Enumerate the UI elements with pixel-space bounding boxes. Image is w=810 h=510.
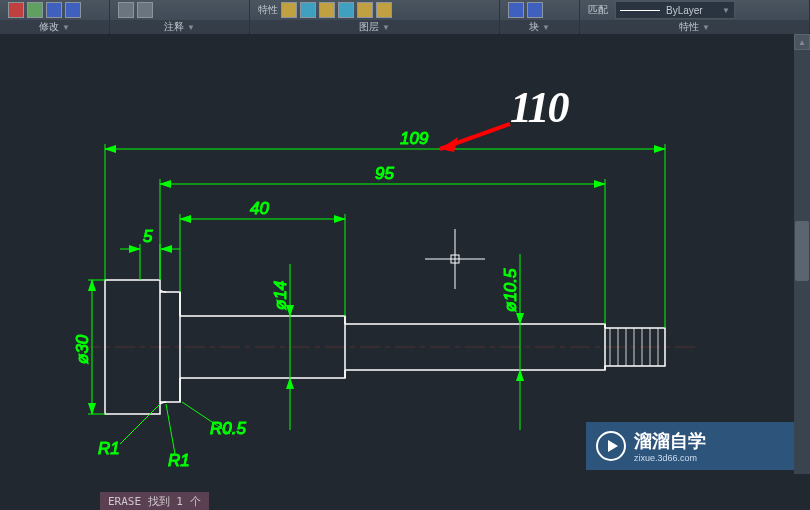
cursor-crosshair bbox=[425, 229, 485, 289]
dim-r0-5: R0.5 bbox=[210, 419, 246, 438]
drawing-canvas[interactable]: 109 95 40 5 ø30 ø14 ø10.5 R1 bbox=[0, 34, 810, 510]
logo-sub: zixue.3d66.com bbox=[634, 453, 706, 463]
block-icon[interactable] bbox=[527, 2, 543, 18]
play-icon bbox=[596, 431, 626, 461]
dim-109: 109 bbox=[400, 129, 429, 148]
watermark-logo: 溜溜自学 zixue.3d66.com bbox=[586, 422, 794, 470]
chevron-down-icon[interactable]: ▼ bbox=[542, 23, 550, 32]
modify-icon[interactable] bbox=[8, 2, 24, 18]
ribbon-label: 注释 bbox=[164, 20, 184, 34]
dim-40: 40 bbox=[250, 199, 269, 218]
bylayer-select[interactable]: ByLayer ▼ bbox=[615, 1, 735, 19]
ribbon-label: 图层 bbox=[359, 20, 379, 34]
chevron-down-icon[interactable]: ▼ bbox=[702, 23, 710, 32]
layer-icon[interactable] bbox=[319, 2, 335, 18]
chevron-down-icon[interactable]: ▼ bbox=[382, 23, 390, 32]
annotation-arrow bbox=[440, 124, 510, 152]
scrollbar-thumb[interactable] bbox=[795, 221, 809, 281]
annotate-icon[interactable] bbox=[118, 2, 134, 18]
ribbon-label: 修改 bbox=[39, 20, 59, 34]
ribbon-annotate[interactable]: 注释▼ bbox=[110, 0, 250, 33]
ribbon-properties[interactable]: 匹配 ByLayer ▼ 特性▼ bbox=[580, 0, 810, 33]
dim-phi14: ø14 bbox=[271, 281, 290, 310]
dim-phi10-5: ø10.5 bbox=[501, 268, 520, 312]
command-line[interactable]: ERASE 找到 1 个 bbox=[100, 492, 209, 510]
layer-icon[interactable] bbox=[338, 2, 354, 18]
chevron-down-icon[interactable]: ▼ bbox=[722, 6, 730, 15]
block-icon[interactable] bbox=[508, 2, 524, 18]
ribbon-label: 特性 bbox=[679, 20, 699, 34]
chevron-down-icon[interactable]: ▼ bbox=[62, 23, 70, 32]
ribbon-toolbar: 修改▼ 注释▼ 特性 图层▼ 块▼ 匹配 bbox=[0, 0, 810, 34]
svg-line-35 bbox=[120, 404, 160, 444]
dim-phi30: ø30 bbox=[73, 334, 92, 364]
layer-icon[interactable] bbox=[376, 2, 392, 18]
layer-icon[interactable] bbox=[281, 2, 297, 18]
dim-r1-left: R1 bbox=[98, 439, 120, 458]
dim-5: 5 bbox=[143, 227, 153, 246]
ribbon-modify[interactable]: 修改▼ bbox=[0, 0, 110, 33]
vertical-scrollbar[interactable]: ▲ bbox=[794, 34, 810, 474]
logo-main: 溜溜自学 bbox=[634, 429, 706, 453]
user-annotation: 110 bbox=[510, 82, 568, 133]
svg-line-36 bbox=[166, 404, 175, 454]
dim-r1-bottom: R1 bbox=[168, 451, 190, 470]
chevron-down-icon[interactable]: ▼ bbox=[187, 23, 195, 32]
ribbon-block[interactable]: 块▼ bbox=[500, 0, 580, 33]
properties-label: 特性 bbox=[258, 3, 278, 17]
match-label: 匹配 bbox=[588, 3, 608, 17]
ribbon-label: 块 bbox=[529, 20, 539, 34]
ribbon-layers[interactable]: 特性 图层▼ bbox=[250, 0, 500, 33]
modify-icon[interactable] bbox=[46, 2, 62, 18]
annotate-icon[interactable] bbox=[137, 2, 153, 18]
dimensions: 109 95 40 5 ø30 ø14 ø10.5 R1 bbox=[73, 129, 665, 470]
layer-icon[interactable] bbox=[300, 2, 316, 18]
scroll-up-button[interactable]: ▲ bbox=[794, 34, 810, 50]
dim-95: 95 bbox=[375, 164, 394, 183]
layer-icon[interactable] bbox=[357, 2, 373, 18]
modify-icon[interactable] bbox=[27, 2, 43, 18]
modify-icon[interactable] bbox=[65, 2, 81, 18]
